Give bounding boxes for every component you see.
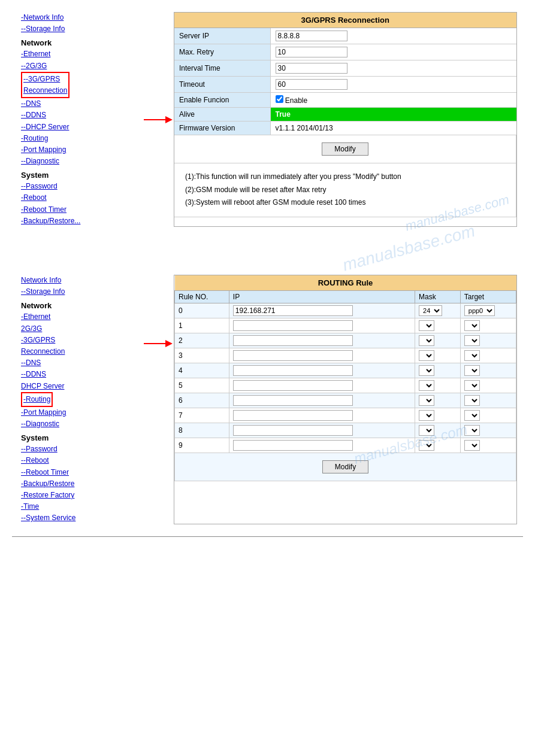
rule-no-0: 0: [175, 303, 229, 318]
sidebar2-item-reboot[interactable]: --Reboot: [21, 455, 141, 466]
sidebar-item-port-mapping[interactable]: -Port Mapping: [21, 144, 141, 156]
field-value-timeout: [270, 77, 516, 93]
sidebar2-item-port-mapping[interactable]: -Port Mapping: [21, 407, 141, 418]
col-header-rule-no: Rule NO.: [175, 291, 229, 303]
sidebar-item-dns[interactable]: --DNS: [21, 98, 141, 110]
sidebar-item-ethernet[interactable]: -Ethernet: [21, 48, 141, 60]
sidebar2-item-password[interactable]: --Password: [21, 444, 141, 455]
table-row-modify-2: Modify: [175, 453, 516, 481]
section-gap: manualsbase.com: [0, 233, 535, 269]
target-select-8[interactable]: [464, 425, 480, 436]
target-select-3[interactable]: [464, 350, 480, 361]
rule-no-4: 4: [175, 363, 229, 378]
target-select-9[interactable]: [464, 440, 480, 451]
target-select-5[interactable]: [464, 380, 480, 391]
sidebar-item-3ggprs-reconnection[interactable]: --3G/GPRSReconnection: [21, 72, 141, 98]
enable-label: Enable: [285, 96, 307, 105]
watermark-mid: manualsbase.com: [340, 221, 473, 262]
col-header-mask: Mask: [415, 291, 461, 303]
sidebar2-item-ethernet[interactable]: -Ethernet: [21, 311, 141, 323]
mask-select-4[interactable]: [419, 365, 434, 376]
sidebar2-item-routing[interactable]: -Routing: [21, 392, 141, 407]
field-value-enable-funcion: Enable: [270, 93, 516, 108]
timeout-input[interactable]: [276, 79, 347, 90]
ip-input-7[interactable]: [233, 410, 353, 421]
field-value-alive: True: [270, 108, 516, 122]
sidebar2-item-storage-info[interactable]: --Storage Info: [21, 286, 141, 297]
sidebar2-item-backup-restore[interactable]: -Backup/Restore: [21, 478, 141, 490]
ip-input-8[interactable]: [233, 425, 353, 436]
field-label-max-retry: Max. Retry: [174, 44, 270, 60]
sidebar-item-storage-info[interactable]: --Storage Info: [21, 23, 141, 35]
arrow-icon-1: [144, 111, 174, 129]
ip-input-1[interactable]: [233, 320, 353, 331]
mask-select-3[interactable]: [419, 350, 434, 361]
rule-no-8: 8: [175, 423, 229, 438]
target-select-2[interactable]: [464, 335, 480, 346]
modify-button-1[interactable]: Modify: [322, 142, 368, 156]
table-row-notes: (1):This function will run immediately a…: [174, 163, 516, 217]
rule-no-1: 1: [175, 318, 229, 333]
target-select-0[interactable]: ppp0: [464, 305, 495, 316]
rule-no-2: 2: [175, 333, 229, 348]
target-select-1[interactable]: [464, 320, 480, 331]
sidebar2-item-system-service[interactable]: --System Service: [21, 512, 141, 524]
mask-select-1[interactable]: [419, 320, 434, 331]
ip-0: [229, 303, 415, 318]
table-row: Timeout: [174, 77, 516, 93]
ip-input-5[interactable]: [233, 380, 353, 391]
sidebar2-network-title: Network: [21, 301, 141, 310]
sidebar2-item-ddns[interactable]: --DDNS: [21, 369, 141, 380]
table-row: 0 24 ppp0: [175, 303, 516, 318]
mask-select-6[interactable]: [419, 395, 434, 406]
sidebar2-item-3ggprs[interactable]: -3G/GPRSReconnection: [21, 335, 141, 357]
mask-select-9[interactable]: [419, 440, 434, 451]
mask-0: 24: [415, 303, 461, 318]
sidebar-item-2g3g[interactable]: --2G/3G: [21, 60, 141, 72]
mask-select-7[interactable]: [419, 410, 434, 421]
sidebar2-system-title: System: [21, 433, 141, 442]
routing-table: ROUTING Rule Rule NO. IP Mask Target 0: [174, 275, 516, 481]
table-row: Enable Funcion Enable: [174, 93, 516, 108]
sidebar2-item-restore-factory[interactable]: -Restore Factory: [21, 490, 141, 501]
sidebar-item-network-info[interactable]: -Network Info: [21, 12, 141, 23]
ip-input-9[interactable]: [233, 440, 353, 451]
sidebar-item-backup-restore[interactable]: -Backup/Restore...: [21, 215, 141, 227]
ip-input-3[interactable]: [233, 350, 353, 361]
table-row: 7: [175, 408, 516, 423]
table-row: Firmware Version v1.1.1 2014/01/13: [174, 122, 516, 135]
sidebar-item-diagnostic[interactable]: --Diagnostic: [21, 156, 141, 167]
target-select-6[interactable]: [464, 395, 480, 406]
server-ip-input[interactable]: [276, 31, 347, 41]
field-label-firmware-version: Firmware Version: [174, 122, 270, 135]
modify-button-2[interactable]: Modify: [322, 460, 368, 473]
ip-input-6[interactable]: [233, 395, 353, 406]
sidebar2-item-dhcp-server[interactable]: DHCP Server: [21, 381, 141, 392]
ip-input-0[interactable]: [233, 305, 353, 316]
sidebar2-item-dns[interactable]: --DNS: [21, 357, 141, 369]
ip-input-4[interactable]: [233, 365, 353, 376]
mask-select-5[interactable]: [419, 380, 434, 391]
mask-select-8[interactable]: [419, 425, 434, 436]
target-select-7[interactable]: [464, 410, 480, 421]
sidebar-item-routing[interactable]: -Routing: [21, 133, 141, 144]
sidebar-item-dhcp-server[interactable]: --DHCP Server: [21, 122, 141, 133]
sidebar2-item-2g3g[interactable]: 2G/3G: [21, 323, 141, 335]
ip-input-2[interactable]: [233, 335, 353, 346]
target-select-4[interactable]: [464, 365, 480, 376]
sidebar2-item-diagnostic[interactable]: --Diagnostic: [21, 418, 141, 430]
sidebar-item-reboot-timer[interactable]: -Reboot Timer: [21, 204, 141, 215]
table-row: Interval Time: [174, 60, 516, 77]
sidebar-item-ddns[interactable]: --DDNS: [21, 110, 141, 121]
mask-select-2[interactable]: [419, 335, 434, 346]
sidebar-item-password[interactable]: --Password: [21, 181, 141, 192]
field-value-interval-time: [270, 60, 516, 77]
sidebar2-item-time[interactable]: -Time: [21, 501, 141, 512]
mask-select-0[interactable]: 24: [419, 305, 442, 316]
sidebar2-item-network-info[interactable]: Network Info: [21, 275, 141, 286]
enable-checkbox[interactable]: [276, 95, 283, 103]
max-retry-input[interactable]: [276, 47, 347, 57]
sidebar2-item-reboot-timer[interactable]: --Reboot Timer: [21, 467, 141, 478]
sidebar-item-reboot[interactable]: -Reboot: [21, 192, 141, 204]
interval-time-input[interactable]: [276, 63, 347, 74]
